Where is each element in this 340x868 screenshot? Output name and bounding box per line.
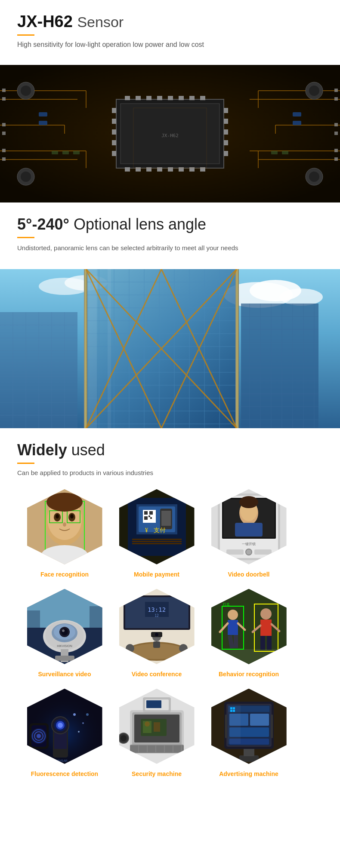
lens-description: Undistorted, panoramic lens can be selec… bbox=[17, 243, 323, 253]
svg-rect-214 bbox=[127, 653, 133, 659]
svg-rect-262 bbox=[130, 745, 184, 752]
hex-item-conference: 13:12 12 bbox=[114, 586, 200, 678]
hex-shape-fluor: KOPYEAR bbox=[27, 689, 102, 764]
svg-rect-38 bbox=[200, 96, 205, 100]
svg-point-150 bbox=[56, 514, 59, 518]
hex-label-surveillance: Surveillance video bbox=[38, 671, 91, 678]
svg-point-151 bbox=[70, 514, 74, 518]
hex-wrapper-face bbox=[24, 486, 105, 567]
svg-point-226 bbox=[228, 610, 238, 620]
svg-rect-46 bbox=[200, 167, 205, 172]
svg-rect-28 bbox=[334, 157, 338, 161]
svg-rect-232 bbox=[260, 620, 272, 636]
svg-rect-166 bbox=[144, 516, 148, 520]
svg-text:行走: 行走 bbox=[223, 602, 230, 606]
hex-shape-security bbox=[119, 689, 195, 764]
svg-rect-56 bbox=[224, 151, 228, 156]
svg-text:KOPYEAR: KOPYEAR bbox=[53, 759, 68, 762]
svg-rect-167 bbox=[148, 515, 150, 517]
hex-label-advertising: Advertising machine bbox=[219, 770, 278, 777]
hex-wrapper-surveillance: HIKVISION bbox=[24, 586, 105, 667]
svg-rect-173 bbox=[132, 543, 182, 544]
svg-rect-67 bbox=[39, 112, 47, 117]
svg-rect-44 bbox=[179, 167, 184, 172]
hex-item-doorbell: 一键开锁 Video doorbell bbox=[206, 486, 292, 578]
svg-rect-297 bbox=[271, 715, 273, 738]
hex-shape-behavior: 行走 bbox=[211, 589, 287, 664]
svg-text:一键开锁: 一键开锁 bbox=[242, 542, 256, 546]
widely-section: Widely used Can be applied to products i… bbox=[0, 428, 340, 799]
hex-wrapper-advertising bbox=[208, 685, 290, 767]
svg-rect-186 bbox=[226, 549, 244, 555]
svg-rect-106 bbox=[84, 269, 87, 428]
svg-text:HIKVISION: HIKVISION bbox=[57, 644, 72, 647]
svg-rect-172 bbox=[132, 541, 182, 542]
svg-rect-69 bbox=[293, 112, 301, 117]
orange-divider bbox=[17, 34, 34, 36]
svg-rect-75 bbox=[282, 151, 288, 154]
svg-rect-42 bbox=[157, 167, 162, 172]
pcb-image: JX-H62 bbox=[0, 65, 340, 202]
glass-building-image bbox=[0, 269, 340, 428]
sensor-description: High sensitivity for low-light operation… bbox=[17, 41, 323, 49]
svg-rect-19 bbox=[2, 123, 6, 126]
svg-rect-37 bbox=[189, 96, 195, 100]
svg-rect-32 bbox=[136, 96, 141, 100]
hex-item-face: Face recognition bbox=[22, 486, 108, 578]
svg-point-79 bbox=[280, 288, 323, 306]
svg-point-62 bbox=[309, 86, 319, 96]
hex-item-fluor: KOPYEAR Fluorescence detection bbox=[22, 685, 108, 777]
svg-rect-41 bbox=[146, 167, 151, 172]
svg-rect-54 bbox=[224, 129, 228, 135]
svg-rect-52 bbox=[224, 108, 228, 113]
svg-rect-295 bbox=[228, 705, 241, 744]
svg-point-156 bbox=[46, 493, 83, 512]
svg-rect-24 bbox=[334, 97, 338, 101]
svg-rect-31 bbox=[125, 96, 130, 100]
svg-rect-73 bbox=[73, 151, 80, 154]
svg-rect-104 bbox=[88, 269, 97, 428]
hex-label-face: Face recognition bbox=[40, 571, 89, 578]
widely-title: Widely used bbox=[17, 441, 323, 459]
svg-point-246 bbox=[58, 723, 63, 728]
svg-rect-281 bbox=[239, 755, 259, 762]
svg-rect-296 bbox=[225, 715, 227, 738]
widely-rest: used bbox=[71, 441, 105, 459]
svg-point-254 bbox=[82, 722, 84, 724]
hex-item-advertising: Advertising machine bbox=[206, 685, 292, 777]
svg-point-64 bbox=[21, 172, 31, 182]
svg-rect-202 bbox=[27, 610, 40, 628]
lens-title-text2: Optional lens angle bbox=[74, 215, 206, 233]
svg-point-231 bbox=[260, 608, 272, 620]
svg-rect-21 bbox=[2, 149, 6, 152]
svg-rect-229 bbox=[234, 635, 238, 648]
svg-rect-25 bbox=[334, 123, 338, 126]
hex-wrapper-behavior: 行走 bbox=[208, 586, 290, 667]
svg-rect-22 bbox=[2, 157, 6, 161]
svg-point-252 bbox=[37, 734, 41, 738]
svg-rect-203 bbox=[90, 606, 102, 628]
svg-point-198 bbox=[62, 629, 65, 632]
svg-rect-216 bbox=[180, 653, 187, 659]
svg-rect-18 bbox=[2, 97, 6, 101]
svg-rect-165 bbox=[149, 511, 153, 515]
svg-point-183 bbox=[239, 496, 258, 508]
orange-divider-3 bbox=[17, 463, 34, 464]
svg-rect-170 bbox=[161, 511, 171, 526]
hex-wrapper-security bbox=[116, 685, 198, 767]
hex-wrapper-fluor: KOPYEAR bbox=[24, 685, 105, 767]
svg-rect-187 bbox=[254, 549, 272, 555]
hex-wrapper-doorbell: 一键开锁 bbox=[208, 486, 290, 567]
svg-point-189 bbox=[246, 549, 251, 555]
sensor-section: JX-H62 Sensor High sensitivity for low-l… bbox=[0, 0, 340, 65]
svg-rect-71 bbox=[52, 151, 58, 154]
svg-point-215 bbox=[179, 644, 188, 653]
hex-shape-doorbell: 一键开锁 bbox=[211, 489, 287, 564]
lens-section: 5°-240° Optional lens angle Undistorted,… bbox=[0, 202, 340, 270]
hex-wrapper-conference: 13:12 12 bbox=[116, 586, 198, 667]
svg-point-197 bbox=[61, 629, 68, 635]
svg-rect-200 bbox=[55, 656, 74, 661]
svg-rect-48 bbox=[112, 119, 116, 124]
sensor-subtitle-text: Sensor bbox=[77, 14, 124, 30]
lens-range-text: 5°-240° bbox=[17, 215, 69, 233]
